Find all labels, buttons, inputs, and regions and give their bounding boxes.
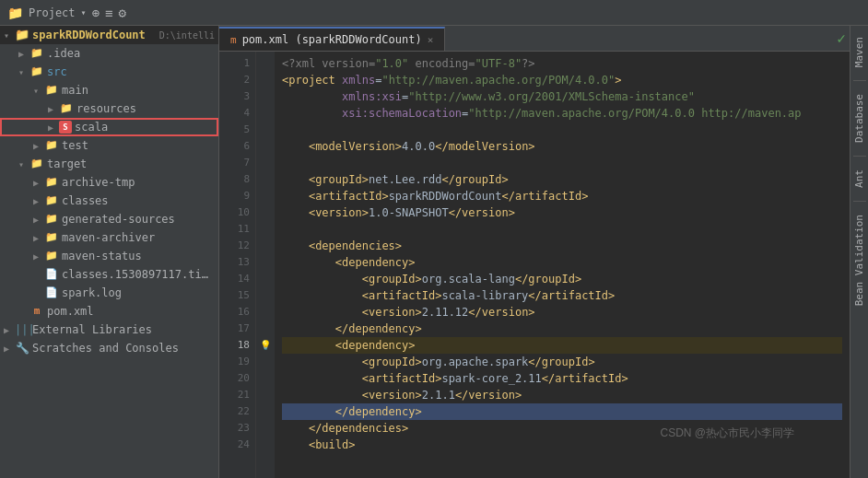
tree-item-scala[interactable]: ▶ S scala xyxy=(0,118,218,136)
folder-icon-resources: 📁 xyxy=(59,101,74,116)
tree-arrow-idea: ▶ xyxy=(18,49,29,59)
folder-icon-archive: 📁 xyxy=(44,175,59,190)
gutter-3 xyxy=(256,88,275,105)
code-area[interactable]: <?xml version="1.0" encoding="UTF-8"?> <… xyxy=(275,52,850,478)
tree-arrow-main: ▾ xyxy=(33,86,44,96)
tree-arrow-scala: ▶ xyxy=(48,122,59,133)
gutter-11 xyxy=(256,221,275,238)
tree-item-scratches[interactable]: ▶ 🔧 Scratches and Consoles xyxy=(0,339,218,357)
code-line-20: <artifactId>spark-core_2.11</artifactId> xyxy=(282,370,842,387)
line-num-14: 14 xyxy=(219,271,255,287)
tree-item-generated[interactable]: ▶ 📁 generated-sources xyxy=(0,210,218,228)
main-area: ▾ 📁 sparkRDDWordCount D:\intelli ▶ 📁 .id… xyxy=(0,26,868,478)
editor-content: 1 2 3 4 5 6 7 8 9 10 11 12 13 14 15 16 1… xyxy=(219,52,850,478)
tab-close-button[interactable]: × xyxy=(428,34,434,46)
gutter-22 xyxy=(256,403,275,420)
line-num-22: 22 xyxy=(219,403,255,420)
line-num-21: 21 xyxy=(219,387,255,403)
tree-item-pom-xml[interactable]: ▶ m pom.xml xyxy=(0,302,218,321)
line-num-20: 20 xyxy=(219,370,255,387)
gutter-2 xyxy=(256,72,275,88)
right-tab-ant[interactable]: Ant xyxy=(851,162,867,195)
gutter-24 xyxy=(256,437,275,453)
gutter-21 xyxy=(256,387,275,403)
root-path: D:\intelli xyxy=(159,30,215,41)
tree-label-src: src xyxy=(47,65,215,78)
folder-icon-idea: 📁 xyxy=(29,46,44,61)
file-icon-spark-log: 📄 xyxy=(44,286,59,300)
code-line-4: xsi:schemaLocation="http://maven.apache.… xyxy=(282,105,842,122)
line-num-9: 9 xyxy=(219,188,255,204)
tree-label-scala: scala xyxy=(75,121,215,134)
tree-arrow-scratches: ▶ xyxy=(4,344,15,354)
tree-label-main: main xyxy=(62,84,215,97)
check-icon: ✓ xyxy=(837,29,846,47)
tree-label-root: sparkRDDWordCount xyxy=(32,29,156,41)
tree-label-test: test xyxy=(62,139,215,152)
toolbar-add-icon[interactable]: ⊕ xyxy=(92,6,100,20)
tree-item-src[interactable]: ▾ 📁 src xyxy=(0,63,218,81)
code-line-18: <dependency> xyxy=(282,337,842,354)
tree-item-resources[interactable]: ▶ 📁 resources xyxy=(0,99,218,118)
sidebar: ▾ 📁 sparkRDDWordCount D:\intelli ▶ 📁 .id… xyxy=(0,26,219,478)
line-num-2: 2 xyxy=(219,72,255,88)
line-num-19: 19 xyxy=(219,354,255,370)
lib-icon: ||| xyxy=(15,322,29,337)
tree-item-idea[interactable]: ▶ 📁 .idea xyxy=(0,44,218,63)
line-num-11: 11 xyxy=(219,221,255,238)
toolbar-menu-icon[interactable]: ≡ xyxy=(105,6,112,20)
right-divider-1 xyxy=(853,80,866,81)
tree-item-ext-libs[interactable]: ▶ ||| External Libraries xyxy=(0,321,218,339)
gutter-16 xyxy=(256,304,275,321)
top-toolbar: 📁 Project ▾ ⊕ ≡ ⚙ xyxy=(0,0,868,26)
gutter-20 xyxy=(256,370,275,387)
scratch-icon: 🔧 xyxy=(15,341,29,356)
right-tab-database[interactable]: Database xyxy=(851,87,867,150)
tree-item-maven-archiver[interactable]: ▶ 📁 maven-archiver xyxy=(0,228,218,247)
tree-arrow-maven-archiver: ▶ xyxy=(33,233,44,243)
line-num-16: 16 xyxy=(219,304,255,321)
project-icon: 📁 xyxy=(7,6,23,20)
tree-item-test[interactable]: ▶ 📁 test xyxy=(0,136,218,155)
code-line-5 xyxy=(282,122,842,138)
toolbar-settings-icon[interactable]: ⚙ xyxy=(118,6,125,20)
tree-label-archive: archive-tmp xyxy=(62,176,215,189)
line-num-8: 8 xyxy=(219,171,255,188)
gutter-19 xyxy=(256,354,275,370)
tree-container[interactable]: ▾ 📁 sparkRDDWordCount D:\intelli ▶ 📁 .id… xyxy=(0,26,218,478)
tree-item-classes[interactable]: ▶ 📁 classes xyxy=(0,192,218,210)
tree-item-spark-log[interactable]: ▶ 📄 spark.log xyxy=(0,284,218,302)
tree-arrow-target: ▾ xyxy=(18,159,29,169)
code-line-22: </dependency> xyxy=(282,403,842,420)
right-tab-maven[interactable]: Maven xyxy=(851,29,867,75)
code-line-1: <?xml version="1.0" encoding="UTF-8"?> xyxy=(282,55,842,72)
tree-label-idea: .idea xyxy=(47,47,215,60)
tree-item-target[interactable]: ▾ 📁 target xyxy=(0,155,218,173)
tree-arrow-generated: ▶ xyxy=(33,215,44,225)
gutter-17 xyxy=(256,321,275,337)
editor-tab-pom[interactable]: m pom.xml (sparkRDDWordCount) × xyxy=(219,27,445,51)
tree-item-classes-ts[interactable]: ▶ 📄 classes.1530897117.timest xyxy=(0,265,218,284)
tree-arrow-src: ▾ xyxy=(18,67,29,77)
right-divider-2 xyxy=(853,156,866,157)
scala-icon: S xyxy=(59,121,72,134)
project-dropdown-arrow[interactable]: ▾ xyxy=(81,7,87,17)
tree-item-archive-tmp[interactable]: ▶ 📁 archive-tmp xyxy=(0,173,218,192)
gutter-9 xyxy=(256,188,275,204)
tree-label-maven-archiver: maven-archiver xyxy=(62,231,215,244)
line-numbers: 1 2 3 4 5 6 7 8 9 10 11 12 13 14 15 16 1… xyxy=(219,52,256,478)
tree-item-maven-status[interactable]: ▶ 📁 maven-status xyxy=(0,247,218,265)
tree-item-root[interactable]: ▾ 📁 sparkRDDWordCount D:\intelli xyxy=(0,26,218,44)
gutter-5 xyxy=(256,122,275,138)
toolbar-left: 📁 Project ▾ ⊕ ≡ ⚙ xyxy=(7,6,126,20)
line-num-7: 7 xyxy=(219,155,255,171)
gutter-14 xyxy=(256,271,275,287)
code-line-17: </dependency> xyxy=(282,321,842,337)
editor-area: m pom.xml (sparkRDDWordCount) × 1 2 3 4 … xyxy=(219,26,850,478)
right-tab-bean-validation[interactable]: Bean Validation xyxy=(851,207,867,313)
tree-item-main[interactable]: ▾ 📁 main xyxy=(0,81,218,99)
code-line-24: <build> xyxy=(282,437,842,453)
tab-xml-icon: m xyxy=(230,34,237,46)
xml-icon-pom: m xyxy=(29,304,44,319)
gutter: 💡 xyxy=(256,52,275,478)
